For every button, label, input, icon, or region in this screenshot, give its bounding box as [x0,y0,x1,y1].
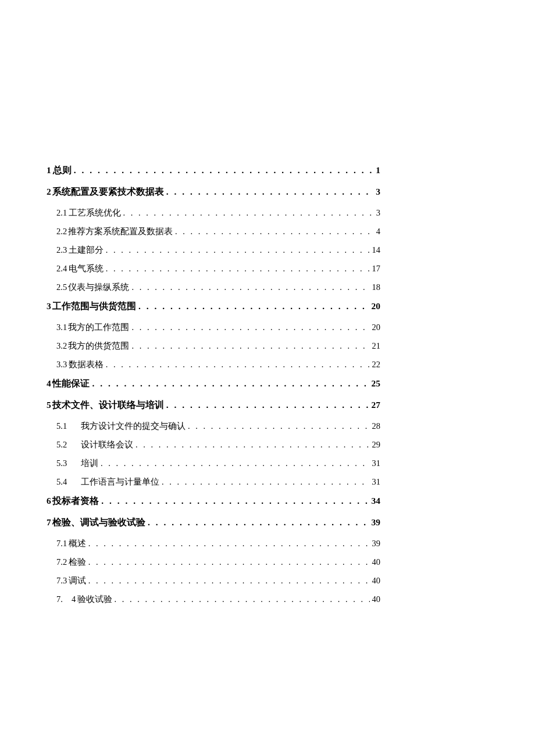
toc-dots [115,594,370,604]
toc-page: 31 [372,477,381,487]
toc-dots [131,282,369,292]
toc-page: 40 [372,594,381,604]
toc-page: 31 [372,458,381,468]
toc-num: 3.1 [56,323,67,332]
toc-page: 3 [376,208,380,218]
toc-dots [175,227,374,237]
toc-title: 工艺系统优化 [69,207,121,218]
toc-entry-2-2: 2.2 推荐方案系统配置及数据表 4 [47,226,380,237]
toc-dots [123,208,374,218]
toc-entry-5-2: 5.2 设计联络会议 29 [47,439,380,450]
toc-page: 40 [372,557,381,567]
toc-page: 27 [372,400,381,410]
toc-entry-7-2: 7.2 检验 40 [47,557,380,568]
toc-entry-7: 7 检验、调试与验收试验 39 [47,517,380,529]
toc-title: 调试 [69,575,86,586]
toc-page: 20 [372,323,381,332]
toc-title: 检验、调试与验收试验 [52,517,145,529]
toc-page: 34 [372,496,381,506]
toc-title: 工作范围与供货范围 [52,300,136,313]
toc-title: 工作语言与计量单位 [81,476,159,488]
toc-num: 2.1 [56,208,67,218]
toc-title: 系统配置及要紧技术数据表 [52,186,164,198]
toc-page: 20 [372,301,381,311]
toc-dots [131,323,369,332]
toc-num: 2.2 [56,227,67,237]
toc-num: 5 [47,400,51,410]
toc-page: 21 [372,341,381,351]
toc-dots [131,341,369,351]
toc-num: 7.2 [56,557,67,567]
toc-num: 7.1 [56,539,67,549]
toc-dots [148,517,369,528]
toc-num: 3.2 [56,341,67,351]
toc-dots [88,539,370,549]
toc-page: 18 [372,282,381,292]
toc-num: 6 [47,496,51,506]
toc-title: 概述 [69,538,86,549]
toc-entry-4: 4 性能保证 25 [47,378,380,390]
toc-page: 1 总则 1 2 系统配置及要紧技术数据表 3 2.1 工艺系统优化 3 2.2… [0,0,535,605]
toc-title: 数据表格 [69,359,104,370]
toc-num: 4 [47,378,51,389]
toc-page: 14 [372,245,381,255]
toc-num: 7 [47,517,51,528]
toc-num: 2.3 [56,245,67,255]
toc-entry-5: 5 技术文件、设计联络与培训 27 [47,399,380,411]
toc-num: 2.5 [56,282,67,292]
toc-dots [92,378,369,389]
toc-title: 验收试验 [77,594,112,605]
toc-num: 7. 4 [56,594,76,605]
toc-num: 2.4 [56,264,67,274]
toc-num: 5.1 [56,421,81,431]
toc-page: 29 [372,440,381,450]
toc-page: 25 [372,378,381,389]
toc-num: 3.3 [56,360,67,370]
toc-title: 设计联络会议 [81,439,133,450]
toc-title: 我方设计文件的提交与确认 [81,421,186,432]
toc-num: 5.3 [56,458,81,468]
toc-num: 5.2 [56,440,81,450]
toc-dots [106,245,370,255]
toc-entry-7-4: 7. 4 验收试验 40 [47,594,380,605]
toc-num: 3 [47,301,51,311]
toc-entry-7-1: 7.1 概述 39 [47,538,380,549]
toc-num: 7.3 [56,576,67,586]
toc-dots [101,496,369,506]
toc-entry-3-3: 3.3 数据表格 22 [47,359,380,370]
toc-dots [88,576,370,586]
toc-entry-7-3: 7.3 调试 40 [47,575,380,586]
toc-dots [188,421,370,431]
toc-dots [166,187,373,197]
toc-title: 总则 [53,164,72,177]
toc-entry-2-4: 2.4 电气系统 17 [47,263,380,274]
toc-page: 1 [376,165,380,175]
toc-page: 4 [376,227,380,237]
toc-num: 1 [47,165,51,175]
toc-title: 仪表与操纵系统 [68,282,129,293]
toc-dots [101,458,370,468]
toc-entry-3: 3 工作范围与供货范围 20 [47,300,380,313]
toc-entry-2-1: 2.1 工艺系统优化 3 [47,207,380,218]
toc-entry-5-3: 5.3 培训 31 [47,458,380,469]
toc-title: 推荐方案系统配置及数据表 [68,226,173,237]
toc-entry-2-3: 2.3 土建部分 14 [47,245,380,256]
toc-title: 性能保证 [52,378,90,390]
toc-dots [88,557,370,567]
toc-page: 39 [372,539,381,549]
toc-title: 培训 [81,458,98,469]
toc-page: 22 [372,360,381,370]
toc-dots [162,477,370,487]
toc-dots [106,360,370,370]
toc-title: 土建部分 [69,245,104,256]
toc-entry-3-1: 3.1 我方的工作范围 20 [47,322,380,333]
toc-page: 17 [372,264,381,274]
toc-dots [138,301,369,311]
toc-page: 40 [372,576,381,586]
toc-entry-5-4: 5.4 工作语言与计量单位 31 [47,476,380,488]
toc-entry-1: 1 总则 1 [47,164,380,177]
toc-title: 我方的工作范围 [68,322,129,333]
toc-entry-5-1: 5.1 我方设计文件的提交与确认 28 [47,421,380,432]
toc-page: 39 [372,517,381,528]
toc-page: 28 [372,421,381,431]
